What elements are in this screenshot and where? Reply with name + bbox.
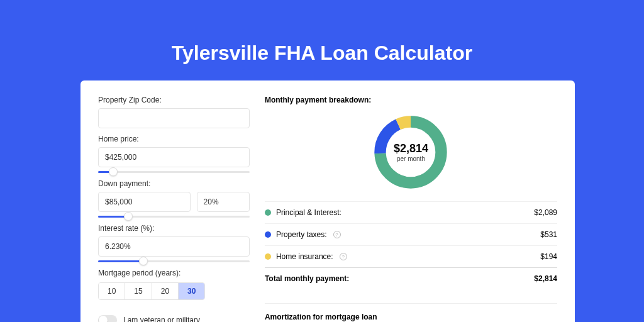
legend-amount: $531 [540, 230, 557, 239]
legend-label: Principal & Interest: [276, 208, 341, 217]
results-column: Monthly payment breakdown: $2,814 per mo… [250, 96, 557, 322]
legend-dot-icon [265, 209, 271, 216]
home-price-label: Home price: [98, 135, 250, 143]
zip-input[interactable] [98, 108, 250, 128]
down-payment-input[interactable] [98, 192, 191, 212]
legend-label: Property taxes: [276, 230, 327, 239]
legend-row: Principal & Interest:$2,089 [265, 201, 557, 223]
home-price-input[interactable] [98, 147, 250, 167]
legend-label: Home insurance: [276, 252, 333, 261]
interest-rate-label: Interest rate (%): [98, 224, 250, 233]
interest-rate-slider[interactable] [98, 260, 250, 262]
down-payment-slider[interactable] [98, 216, 250, 218]
zip-label: Property Zip Code: [98, 96, 250, 104]
interest-rate-input[interactable] [98, 236, 250, 257]
period-option-15[interactable]: 15 [125, 283, 151, 299]
mortgage-period-label: Mortgage period (years): [98, 269, 250, 277]
legend-row: Property taxes:?$531 [265, 223, 557, 245]
donut-sub: per month [397, 155, 425, 162]
calculator-card: Property Zip Code: Home price: Down paym… [80, 80, 575, 322]
breakdown-heading: Monthly payment breakdown: [265, 96, 557, 104]
veteran-row: I am veteran or military [98, 315, 250, 322]
legend-dot-icon [265, 231, 271, 238]
payment-donut-chart: $2,814 per month [370, 112, 451, 192]
period-option-30[interactable]: 30 [178, 283, 204, 299]
amortization-heading: Amortization for mortgage loan [265, 303, 557, 321]
legend-amount: $194 [540, 252, 557, 261]
total-row: Total monthly payment: $2,814 [265, 267, 557, 289]
veteran-toggle[interactable] [98, 315, 117, 322]
form-column: Property Zip Code: Home price: Down paym… [98, 96, 250, 322]
down-payment-pct-input[interactable] [197, 192, 250, 212]
veteran-label: I am veteran or military [123, 316, 200, 322]
slider-thumb[interactable] [109, 167, 118, 176]
slider-thumb[interactable] [124, 212, 133, 221]
legend-dot-icon [265, 253, 271, 260]
home-price-slider[interactable] [98, 171, 250, 173]
legend-amount: $2,089 [534, 208, 557, 217]
mortgage-period-toggle[interactable]: 10152030 [98, 282, 205, 300]
total-amount: $2,814 [534, 274, 557, 283]
info-icon[interactable]: ? [333, 231, 341, 238]
period-option-10[interactable]: 10 [99, 283, 125, 299]
total-label: Total monthly payment: [265, 274, 349, 283]
legend-row: Home insurance:?$194 [265, 245, 557, 267]
down-payment-label: Down payment: [98, 179, 250, 188]
period-option-20[interactable]: 20 [152, 283, 178, 299]
breakdown-legend: Principal & Interest:$2,089Property taxe… [265, 201, 557, 267]
slider-thumb[interactable] [139, 257, 148, 265]
donut-amount: $2,814 [394, 142, 428, 155]
page-title: Tylersville FHA Loan Calculator [0, 0, 644, 77]
info-icon[interactable]: ? [340, 253, 347, 260]
